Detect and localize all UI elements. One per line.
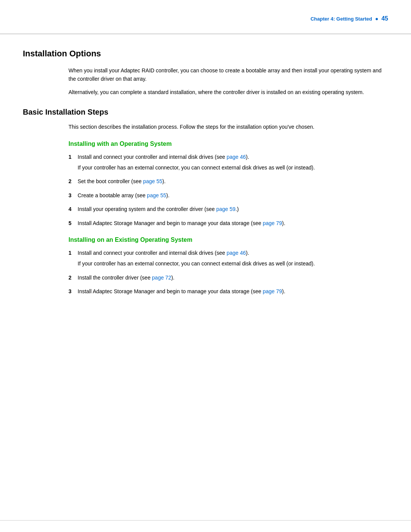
step-text: Install and connect your controller and …	[78, 250, 249, 256]
steps-existing-os: Install and connect your controller and …	[68, 249, 388, 296]
list-item: Install your operating system and the co…	[68, 205, 388, 213]
subsection-title-with-os: Installing with an Operating System	[68, 141, 388, 147]
page-link[interactable]: page 46	[226, 154, 246, 160]
page-link[interactable]: page 79	[263, 220, 282, 226]
step-text: Install and connect your controller and …	[78, 154, 249, 160]
list-item: Create a bootable array (see page 55).	[68, 191, 388, 200]
step-text: Install Adaptec Storage Manager and begi…	[78, 220, 285, 226]
chapter-text: Chapter 4: Getting Started	[311, 16, 372, 22]
header-bullet: ●	[375, 16, 378, 22]
installation-options-para2: Alternatively, you can complete a standa…	[68, 88, 388, 96]
chapter-label: Chapter 4: Getting Started	[311, 16, 372, 22]
page-link[interactable]: page 72	[152, 275, 171, 281]
list-item: Install Adaptec Storage Manager and begi…	[68, 287, 388, 296]
page-link[interactable]: page 79	[263, 288, 282, 294]
list-item: Install Adaptec Storage Manager and begi…	[68, 219, 388, 227]
page-link[interactable]: page 55	[143, 178, 162, 184]
page-link[interactable]: page 46	[226, 250, 246, 256]
main-content: Installation Options When you install yo…	[0, 34, 411, 324]
top-rule	[0, 34, 411, 34]
page-link[interactable]: page 59	[216, 206, 236, 212]
steps-with-os: Install and connect your controller and …	[68, 153, 388, 227]
installation-options-title: Installation Options	[23, 49, 388, 59]
step-text: Set the boot controller (see page 55).	[78, 178, 166, 184]
bottom-rule	[0, 520, 411, 521]
step-text: Create a bootable array (see page 55).	[78, 192, 169, 198]
list-item: Set the boot controller (see page 55).	[68, 177, 388, 185]
step-text: Install your operating system and the co…	[78, 206, 239, 212]
page-header: Chapter 4: Getting Started ● 45	[0, 0, 411, 34]
basic-installation-intro: This section describes the installation …	[68, 123, 388, 131]
subsection-title-existing-os: Installing on an Existing Operating Syst…	[68, 236, 388, 243]
list-item: Install the controller driver (see page …	[68, 273, 388, 282]
step-subtext: If your controller has an external conne…	[78, 163, 388, 172]
page-number: 45	[381, 15, 388, 22]
list-item: Install and connect your controller and …	[68, 249, 388, 268]
step-subtext: If your controller has an external conne…	[78, 259, 388, 268]
step-text: Install Adaptec Storage Manager and begi…	[78, 288, 285, 294]
installation-options-para1: When you install your Adaptec RAID contr…	[68, 66, 388, 83]
page-link[interactable]: page 55	[147, 192, 166, 198]
step-text: Install the controller driver (see page …	[78, 275, 174, 281]
basic-installation-title: Basic Installation Steps	[23, 108, 388, 117]
list-item: Install and connect your controller and …	[68, 153, 388, 172]
